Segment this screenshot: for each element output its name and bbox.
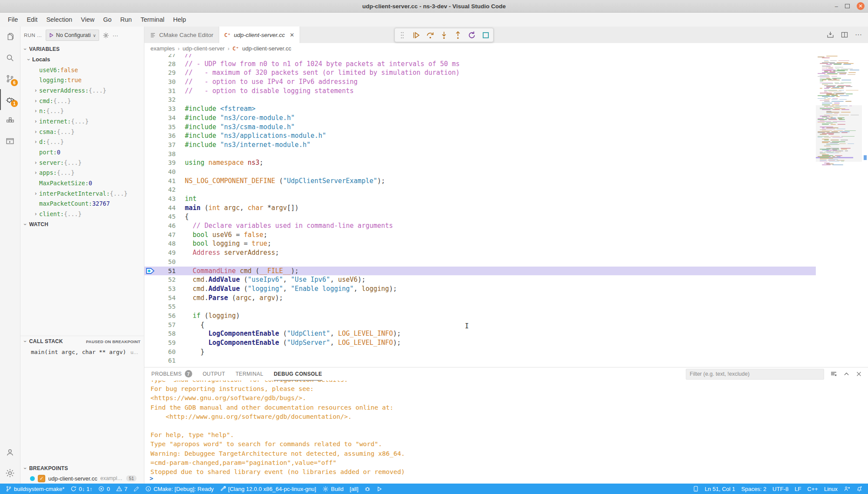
code-line-44[interactable]: 44main (int argc, char *argv[]) xyxy=(144,204,816,213)
continue-button[interactable] xyxy=(411,30,421,40)
activity-explorer[interactable] xyxy=(0,27,20,47)
panel-tab-terminal[interactable]: TERMINAL xyxy=(236,367,264,381)
step-over-button[interactable] xyxy=(425,30,435,40)
activity-run-and-debug[interactable]: 1 xyxy=(0,89,20,110)
code-line-53[interactable]: 53 cmd.AddValue ("logging", "Enable logg… xyxy=(144,284,816,294)
variable-row[interactable]: ›serverAddress: {...} xyxy=(20,85,144,96)
close-icon[interactable]: ✕ xyxy=(290,32,294,38)
status-pencil-icon[interactable] xyxy=(130,484,142,494)
code-line-60[interactable]: 60 } xyxy=(144,347,816,357)
status-all[interactable]: [all] xyxy=(347,484,361,494)
panel-tab-debug-console[interactable]: DEBUG CONSOLE xyxy=(274,367,322,381)
variables-section-header[interactable]: › VARIABLES xyxy=(20,44,144,54)
status-buildsystem-cmake[interactable]: buildsystem-cmake* xyxy=(3,484,67,494)
code-line-28[interactable]: 28// - UDP flow from n0 to n1 of 1024 by… xyxy=(144,60,816,69)
chevron-right-icon[interactable]: › xyxy=(33,87,38,93)
code-line-55[interactable]: 55 xyxy=(144,302,816,311)
gutter-glyph-margin[interactable] xyxy=(144,54,156,60)
breadcrumb-item[interactable]: udp-client-server xyxy=(183,45,225,52)
status-c++[interactable]: C++ xyxy=(804,486,821,492)
status-device-icon[interactable] xyxy=(690,486,701,492)
chevron-right-icon[interactable]: › xyxy=(33,170,38,176)
code-line-48[interactable]: 48 bool logging = true; xyxy=(144,239,816,248)
code-line-46[interactable]: 46 // Declare variables used in command-… xyxy=(144,221,816,230)
code-line-41[interactable]: 41NS_LOG_COMPONENT_DEFINE ("UdpClientSer… xyxy=(144,177,816,186)
breadcrumb-item[interactable]: examples xyxy=(150,45,175,52)
chevron-right-icon[interactable]: › xyxy=(33,98,38,104)
status-linux[interactable]: Linux xyxy=(821,486,841,492)
step-out-button[interactable] xyxy=(453,30,463,40)
gutter-glyph-margin[interactable] xyxy=(144,140,156,150)
gutter-glyph-margin[interactable] xyxy=(144,248,156,257)
gutter-glyph-margin[interactable] xyxy=(144,212,156,221)
menu-help[interactable]: Help xyxy=(169,14,190,25)
variable-row[interactable]: MaxPacketSize: 0 xyxy=(20,178,144,188)
activity-source-control[interactable]: 6 xyxy=(0,68,20,89)
status-spaces-2[interactable]: Spaces: 2 xyxy=(738,486,770,492)
chevron-right-icon[interactable]: › xyxy=(33,108,38,114)
step-into-button[interactable] xyxy=(439,30,449,40)
variable-row[interactable]: ›n: {...} xyxy=(20,106,144,116)
activity-manage[interactable] xyxy=(0,463,20,484)
status-build[interactable]: Build xyxy=(319,484,347,494)
minimize-button[interactable]: – xyxy=(835,3,838,9)
code-line-31[interactable]: 31// - option to disable logging stateme… xyxy=(144,87,816,96)
gutter-glyph-margin[interactable] xyxy=(144,338,156,347)
activity-preview[interactable] xyxy=(0,131,20,152)
code-line-52[interactable]: 52 cmd.AddValue ("useIpv6", "Use Ipv6", … xyxy=(144,275,816,284)
code-line-50[interactable]: 50 xyxy=(144,257,816,267)
gutter-glyph-margin[interactable] xyxy=(144,158,156,167)
code-line-30[interactable]: 30// - option to use IPv4 or IPv6 addres… xyxy=(144,77,816,87)
gutter-glyph-margin[interactable] xyxy=(144,113,156,123)
code-line-59[interactable]: 59 LogComponentEnable ("UdpServer", LOG_… xyxy=(144,338,816,347)
gutter-glyph-margin[interactable] xyxy=(144,123,156,132)
code-line-40[interactable]: 40 xyxy=(144,167,816,177)
tab-cmake-cache-editor[interactable]: CMake Cache Editor xyxy=(144,27,219,43)
code-line-32[interactable]: 32 xyxy=(144,95,816,104)
gutter-glyph-margin[interactable] xyxy=(144,347,156,357)
gutter-glyph-margin[interactable] xyxy=(144,239,156,248)
split-editor-icon[interactable] xyxy=(841,31,848,38)
gutter-glyph-margin[interactable] xyxy=(144,356,156,365)
code-line-54[interactable]: 54 cmd.Parse (argc, argv); xyxy=(144,294,816,303)
status-0[interactable]: 0 xyxy=(95,484,113,494)
status-ln-51-col-1[interactable]: Ln 51, Col 1 xyxy=(701,486,738,492)
menu-terminal[interactable]: Terminal xyxy=(136,14,169,25)
gutter-glyph-margin[interactable] xyxy=(144,194,156,204)
gutter-glyph-margin[interactable] xyxy=(144,257,156,267)
variable-row[interactable]: ›csma: {...} xyxy=(20,127,144,137)
gutter-glyph-margin[interactable] xyxy=(144,221,156,230)
more-actions-icon[interactable]: ··· xyxy=(855,31,862,39)
menu-go[interactable]: Go xyxy=(99,14,116,25)
variable-row[interactable]: ›internet: {...} xyxy=(20,116,144,127)
status-bell-icon[interactable] xyxy=(853,486,865,492)
code-line-29[interactable]: 29// - maximum of 320 packets sent (or l… xyxy=(144,68,816,77)
gutter-glyph-margin[interactable] xyxy=(144,320,156,330)
menu-selection[interactable]: Selection xyxy=(42,14,77,25)
gutter-glyph-margin[interactable] xyxy=(144,329,156,338)
status-bug-icon[interactable] xyxy=(361,484,374,494)
variable-row[interactable]: ›apps: {...} xyxy=(20,168,144,178)
activity-extensions[interactable] xyxy=(0,110,20,131)
gutter-glyph-margin[interactable] xyxy=(144,104,156,113)
run-below-icon[interactable] xyxy=(827,31,834,39)
breakpoint-row[interactable]: ✓udp-client-server.ccexampl…51 xyxy=(20,473,144,484)
code-line-51[interactable]: 51 CommandLine cmd (__FILE__); xyxy=(144,267,816,276)
variable-row[interactable]: useV6: false xyxy=(20,65,144,75)
status-0-1[interactable]: 0↓ 1↑ xyxy=(67,484,95,494)
maximize-panel-icon[interactable] xyxy=(843,371,850,377)
code-line-56[interactable]: 56 if (logging) xyxy=(144,311,816,320)
variable-row[interactable]: ›client: {...} xyxy=(20,209,144,219)
watch-section-header[interactable]: › WATCH xyxy=(20,219,144,230)
panel-tab-problems[interactable]: PROBLEMS7 xyxy=(151,367,192,381)
status-feedback-icon[interactable] xyxy=(841,486,853,492)
gear-icon[interactable] xyxy=(103,32,109,39)
code-line-58[interactable]: 58 LogComponentEnable ("UdpClient", LOG_… xyxy=(144,329,816,338)
tab-udp-client-server-cc[interactable]: C⁺udp-client-server.cc✕ xyxy=(219,27,300,43)
code-line-34[interactable]: 34#include "ns3/core-module.h" xyxy=(144,113,816,123)
code-line-37[interactable]: 37#include "ns3/internet-module.h" xyxy=(144,140,816,150)
chevron-right-icon[interactable]: › xyxy=(33,211,38,217)
code-line-33[interactable]: 33#include <fstream> xyxy=(144,104,816,113)
code-line-49[interactable]: 49 Address serverAddress; xyxy=(144,248,816,257)
minimap[interactable] xyxy=(816,54,868,367)
